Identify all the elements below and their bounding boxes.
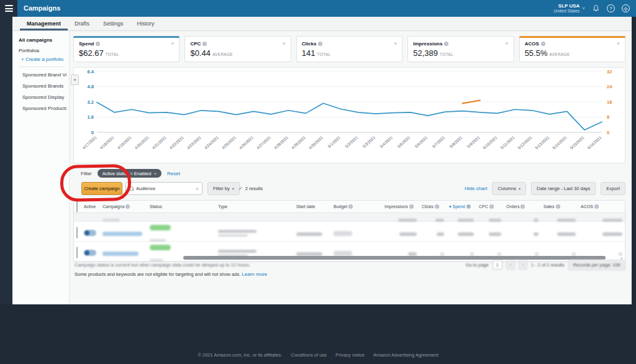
advertising-agreement-link[interactable]: Amazon Advertising Agreement xyxy=(373,352,438,358)
svg-text:24: 24 xyxy=(607,84,612,89)
sidebar-item-portfolio-1[interactable]: Sponsored Brands xyxy=(22,83,66,89)
column-header-sales[interactable]: Salesi xyxy=(542,204,579,209)
sidebar: All campaigns Portfolios + Create a port… xyxy=(12,31,70,304)
export-button[interactable]: Export xyxy=(601,182,625,195)
row-checkbox[interactable] xyxy=(76,227,78,239)
redacted-value xyxy=(534,232,538,236)
hamburger-menu-button[interactable] xyxy=(0,0,17,17)
remove-filter-icon[interactable]: × xyxy=(153,171,157,176)
privacy-notice-link[interactable]: Privacy notice xyxy=(335,352,365,358)
sidebar-item-portfolio-2[interactable]: Sponsored Display xyxy=(22,94,66,100)
column-header-orders[interactable]: Ordersi xyxy=(505,204,542,209)
column-header-type[interactable]: Type xyxy=(217,204,295,209)
row-checkbox[interactable] xyxy=(76,247,78,258)
column-header-spend[interactable]: ▾ Spendi xyxy=(448,204,478,209)
close-icon[interactable]: × xyxy=(171,40,174,47)
column-header-acos[interactable]: ACOSi xyxy=(579,204,626,209)
settings-gear-icon[interactable] xyxy=(622,4,630,12)
redacted-value xyxy=(489,232,501,236)
select-all-checkbox[interactable] xyxy=(76,201,78,212)
results-range-label: 1 - 2 of 2 results xyxy=(531,262,565,268)
close-icon[interactable]: × xyxy=(505,40,508,47)
close-icon[interactable]: × xyxy=(394,40,397,47)
tab-drafts[interactable]: Drafts xyxy=(68,17,96,30)
metric-value: 55.5% xyxy=(525,48,548,58)
metric-card-cpc[interactable]: CPCi× $0.44AVERAGE xyxy=(184,36,291,62)
account-region: United States xyxy=(553,9,579,14)
redacted-value xyxy=(399,232,417,236)
table-row[interactable] xyxy=(74,222,625,242)
sidebar-item-all-campaigns[interactable]: All campaigns xyxy=(19,37,66,43)
svg-text:4/24/2021: 4/24/2021 xyxy=(203,135,219,150)
filter-by-dropdown[interactable]: Filter by▾ xyxy=(207,182,240,195)
column-header-active[interactable]: Active xyxy=(83,204,101,209)
svg-text:4/30/2021: 4/30/2021 xyxy=(308,135,324,150)
close-icon[interactable]: × xyxy=(617,40,620,47)
tab-bar: Management Drafts Settings History xyxy=(12,17,632,31)
content-sheet: Management Drafts Settings History All c… xyxy=(12,17,632,304)
svg-text:5/12/2021: 5/12/2021 xyxy=(517,135,533,150)
sidebar-collapse-button[interactable]: « xyxy=(71,75,79,85)
info-icon: i xyxy=(96,42,100,46)
metric-card-impressions[interactable]: Impressionsi× 52,389TOTAL xyxy=(407,36,514,62)
column-header-cpc[interactable]: CPCi xyxy=(478,204,505,209)
metric-card-acos[interactable]: ACOSi× 55.5%AVERAGE xyxy=(519,36,625,62)
svg-text:5/11/2021: 5/11/2021 xyxy=(499,135,516,150)
tab-settings[interactable]: Settings xyxy=(96,17,130,30)
svg-text:5/1/2021: 5/1/2021 xyxy=(327,135,341,148)
create-portfolio-link[interactable]: + Create a portfolio xyxy=(21,57,66,62)
column-header-clicks[interactable]: Clicksi xyxy=(420,204,448,209)
column-header-impressions[interactable]: Impressionsi xyxy=(383,204,420,209)
info-icon: i xyxy=(444,42,448,46)
sidebar-item-portfolio-0[interactable]: Sponsored Brand Vid... xyxy=(22,72,66,78)
filter-badge-text: Active status = Enabled xyxy=(102,171,152,176)
learn-more-link[interactable]: Learn more xyxy=(242,271,267,277)
create-campaign-button[interactable]: Create campaign xyxy=(81,182,122,195)
help-icon[interactable]: ? xyxy=(607,4,615,12)
metric-card-spend[interactable]: Spendi× $62.67TOTAL xyxy=(73,36,179,62)
svg-text:5/10/2021: 5/10/2021 xyxy=(482,135,498,150)
clear-search-icon[interactable]: × xyxy=(196,186,199,192)
metric-value: 52,389 xyxy=(413,48,438,58)
search-input[interactable]: Audience × xyxy=(125,182,202,195)
hide-chart-link[interactable]: Hide chart xyxy=(465,186,487,191)
active-toggle[interactable] xyxy=(84,230,96,236)
prev-page-button[interactable]: ‹ xyxy=(506,260,515,270)
redacted-budget xyxy=(334,231,352,236)
table-footnotes: Campaign status is current but other cam… xyxy=(75,262,267,277)
column-header-status[interactable]: Status xyxy=(148,204,217,209)
active-toggle[interactable] xyxy=(84,250,96,256)
svg-text:4/27/2021: 4/27/2021 xyxy=(256,135,272,150)
redacted-status-badge xyxy=(150,245,171,250)
info-icon: i xyxy=(489,204,494,209)
column-header-campaigns[interactable]: Campaignsi xyxy=(101,204,148,209)
date-range-button[interactable]: Date range - Last 30 days xyxy=(531,182,596,195)
svg-text:4/17/2021: 4/17/2021 xyxy=(81,135,98,150)
columns-dropdown[interactable]: Columns▾ xyxy=(492,182,526,195)
next-page-button[interactable]: › xyxy=(519,260,527,270)
conditions-of-use-link[interactable]: Conditions of use xyxy=(291,352,327,358)
redacted-status-subtext xyxy=(150,239,166,242)
svg-text:4/22/2021: 4/22/2021 xyxy=(168,135,184,150)
app-header: Campaigns SLP USA United States ˅ ? xyxy=(0,0,636,17)
svg-text:4.8: 4.8 xyxy=(88,84,94,89)
metric-card-clicks[interactable]: Clicksi× 141TOTAL xyxy=(296,36,402,62)
svg-text:5/13/2021: 5/13/2021 xyxy=(534,135,550,150)
account-switcher[interactable]: SLP USA United States ˅ xyxy=(553,3,585,14)
svg-text:4/29/2021: 4/29/2021 xyxy=(291,135,307,150)
tab-management[interactable]: Management xyxy=(20,17,68,30)
notifications-bell-icon[interactable] xyxy=(592,4,600,12)
column-header-budget[interactable]: Budgeti xyxy=(332,204,383,209)
footnote-delay: Campaign status is current but other cam… xyxy=(75,262,267,268)
redacted-budget xyxy=(334,251,352,256)
tab-history[interactable]: History xyxy=(130,17,161,30)
pagination: Go to page 1 ‹ › 1 - 2 of 2 results Reco… xyxy=(466,260,625,270)
column-header-start-date[interactable]: Start date xyxy=(295,204,332,209)
metric-label: Spend xyxy=(79,41,94,47)
reset-filters-link[interactable]: Reset xyxy=(167,171,180,176)
sidebar-item-portfolio-3[interactable]: Sponsored Products xyxy=(22,106,66,111)
records-per-page-button[interactable]: Records per page: 100 xyxy=(568,260,625,270)
filter-badge-active-status[interactable]: Active status = Enabled× xyxy=(98,169,161,178)
close-icon[interactable]: × xyxy=(283,40,286,47)
page-number-input[interactable]: 1 xyxy=(493,260,502,270)
